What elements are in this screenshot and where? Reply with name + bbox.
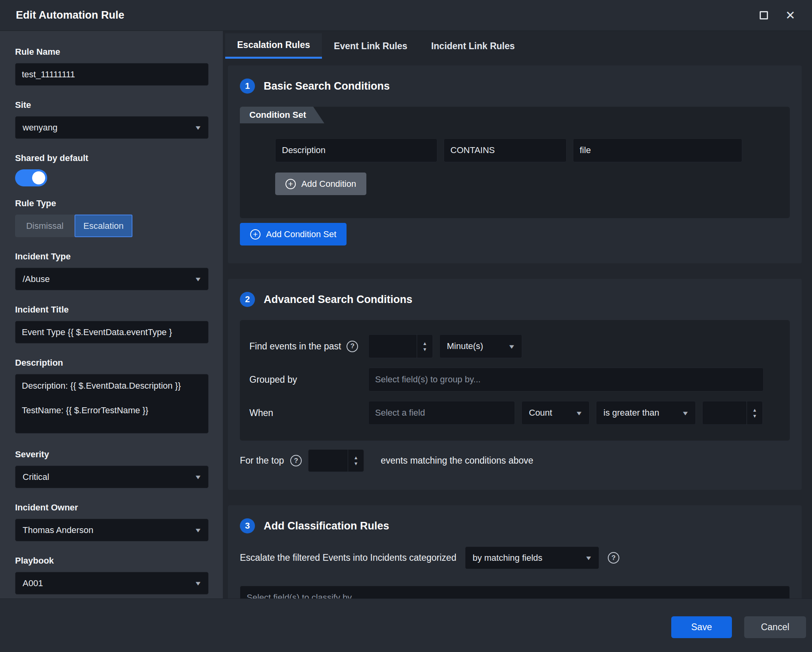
spin-down-icon[interactable]: ▼ bbox=[354, 461, 358, 466]
condition-set-chip: Condition Set bbox=[240, 107, 324, 123]
step-3-badge: 3 bbox=[240, 518, 255, 533]
condition-field-input[interactable] bbox=[275, 138, 437, 162]
severity-label: Severity bbox=[15, 449, 209, 460]
main-panel: Escalation Rules Event Link Rules Incide… bbox=[223, 31, 812, 598]
add-condition-set-label: Add Condition Set bbox=[266, 229, 336, 240]
advanced-search-title: Advanced Search Conditions bbox=[264, 293, 412, 306]
comparator-select[interactable]: is greater than ▼ bbox=[596, 401, 696, 425]
toggle-knob bbox=[32, 171, 45, 184]
rule-name-input[interactable] bbox=[15, 63, 209, 86]
dialog-content: Rule Name Site wenyang ▼ Shared by defau… bbox=[0, 31, 812, 598]
chevron-down-icon: ▼ bbox=[584, 554, 592, 561]
incident-type-select[interactable]: /Abuse ▼ bbox=[15, 268, 209, 290]
incident-title-field: Incident Title bbox=[15, 305, 209, 343]
advanced-search-section: 2 Advanced Search Conditions Find events… bbox=[228, 279, 802, 490]
help-icon[interactable]: ? bbox=[290, 455, 302, 466]
tab-escalation-rules[interactable]: Escalation Rules bbox=[225, 33, 322, 59]
rule-type-dismissal-button[interactable]: Dismissal bbox=[15, 215, 75, 237]
for-top-label: For the top bbox=[240, 455, 284, 466]
help-icon[interactable]: ? bbox=[347, 341, 358, 352]
find-events-row: Find events in the past ? ▲ ▼ Minute(s) bbox=[249, 334, 780, 358]
severity-select[interactable]: Critical ▼ bbox=[15, 466, 209, 488]
number-stepper[interactable]: ▲ ▼ bbox=[348, 450, 364, 472]
cancel-button[interactable]: Cancel bbox=[744, 616, 806, 638]
for-top-row: For the top ? ▲ ▼ events matching the co… bbox=[240, 449, 790, 472]
classify-field-wrap bbox=[240, 586, 790, 598]
severity-value: Critical bbox=[23, 472, 49, 482]
time-unit-value: Minute(s) bbox=[447, 341, 483, 351]
step-2-badge: 2 bbox=[240, 292, 255, 307]
chevron-down-icon: ▼ bbox=[682, 410, 689, 416]
site-select-value: wenyang bbox=[23, 123, 57, 133]
description-field: Description bbox=[15, 358, 209, 435]
edit-automation-rule-dialog: Edit Automation Rule ✕ Rule Name Site we… bbox=[0, 0, 812, 652]
categorize-mode-select[interactable]: by matching fields ▼ bbox=[465, 547, 599, 569]
condition-row bbox=[275, 138, 790, 162]
playbook-select[interactable]: A001 ▼ bbox=[15, 572, 209, 594]
condition-operator-input[interactable] bbox=[444, 138, 567, 162]
advanced-search-panel: Find events in the past ? ▲ ▼ Minute(s) bbox=[240, 320, 790, 441]
maximize-icon[interactable] bbox=[760, 11, 768, 19]
tab-bar: Escalation Rules Event Link Rules Incide… bbox=[225, 33, 802, 59]
plus-icon: + bbox=[250, 229, 260, 240]
site-field: Site wenyang ▼ bbox=[15, 100, 209, 139]
add-condition-set-button[interactable]: + Add Condition Set bbox=[240, 223, 347, 245]
description-textarea[interactable] bbox=[15, 374, 209, 433]
top-count-stepper: ▲ ▼ bbox=[308, 449, 364, 472]
incident-type-value: /Abuse bbox=[23, 274, 50, 284]
incident-owner-select[interactable]: Thomas Anderson ▼ bbox=[15, 519, 209, 541]
incident-type-field: Incident Type /Abuse ▼ bbox=[15, 251, 209, 290]
add-condition-button[interactable]: + Add Condition bbox=[275, 173, 366, 195]
description-label: Description bbox=[15, 358, 209, 368]
number-stepper[interactable]: ▲ ▼ bbox=[747, 401, 762, 424]
chevron-down-icon: ▼ bbox=[194, 527, 202, 533]
chevron-down-icon: ▼ bbox=[194, 580, 202, 587]
spin-down-icon[interactable]: ▼ bbox=[423, 347, 427, 352]
dialog-title: Edit Automation Rule bbox=[16, 9, 760, 21]
find-events-label-group: Find events in the past ? bbox=[249, 341, 368, 352]
playbook-value: A001 bbox=[23, 578, 43, 589]
when-label-group: When bbox=[249, 408, 368, 418]
incident-title-input[interactable] bbox=[15, 321, 209, 343]
site-select[interactable]: wenyang ▼ bbox=[15, 116, 209, 139]
condition-value-input[interactable] bbox=[573, 138, 742, 162]
time-value-stepper: ▲ ▼ bbox=[368, 334, 433, 358]
grouped-by-input[interactable] bbox=[368, 368, 764, 391]
time-unit-select[interactable]: Minute(s) ▼ bbox=[439, 334, 522, 358]
find-events-label: Find events in the past bbox=[249, 341, 341, 352]
playbook-label: Playbook bbox=[15, 556, 209, 566]
escalate-text: Escalate the filtered Events into Incide… bbox=[240, 552, 456, 563]
chevron-down-icon: ▼ bbox=[194, 474, 202, 480]
spin-down-icon[interactable]: ▼ bbox=[753, 414, 757, 418]
condition-set-panel: Condition Set + Add Condition bbox=[240, 107, 790, 218]
severity-field: Severity Critical ▼ bbox=[15, 449, 209, 488]
shared-field: Shared by default bbox=[15, 153, 209, 186]
help-icon[interactable]: ? bbox=[608, 552, 619, 564]
tab-event-link-rules[interactable]: Event Link Rules bbox=[322, 33, 419, 59]
save-button[interactable]: Save bbox=[671, 616, 732, 638]
for-top-suffix: events matching the conditions above bbox=[381, 455, 533, 466]
rule-type-escalation-button[interactable]: Escalation bbox=[75, 215, 132, 237]
rule-type-segmented: Dismissal Escalation bbox=[15, 215, 209, 237]
tab-incident-link-rules[interactable]: Incident Link Rules bbox=[419, 33, 527, 59]
number-stepper[interactable]: ▲ ▼ bbox=[417, 335, 433, 358]
spin-up-icon[interactable]: ▲ bbox=[423, 341, 427, 346]
window-controls: ✕ bbox=[760, 10, 795, 21]
classification-header: 3 Add Classification Rules bbox=[240, 516, 790, 535]
threshold-stepper: ▲ ▼ bbox=[702, 401, 763, 425]
aggregation-value: Count bbox=[529, 408, 552, 418]
when-label: When bbox=[249, 408, 273, 418]
shared-toggle[interactable] bbox=[15, 169, 47, 186]
shared-label: Shared by default bbox=[15, 153, 209, 163]
categorize-mode-value: by matching fields bbox=[473, 553, 542, 563]
aggregation-select[interactable]: Count ▼ bbox=[521, 401, 590, 425]
incident-owner-value: Thomas Anderson bbox=[23, 525, 94, 535]
rule-type-field: Rule Type Dismissal Escalation bbox=[15, 198, 209, 237]
spin-up-icon[interactable]: ▲ bbox=[354, 455, 358, 460]
spin-up-icon[interactable]: ▲ bbox=[753, 408, 757, 412]
close-icon[interactable]: ✕ bbox=[785, 10, 795, 21]
basic-search-title: Basic Search Conditions bbox=[264, 80, 390, 92]
classify-fields-input[interactable] bbox=[240, 586, 790, 598]
when-field-input[interactable] bbox=[368, 401, 515, 425]
rule-name-field: Rule Name bbox=[15, 47, 209, 86]
